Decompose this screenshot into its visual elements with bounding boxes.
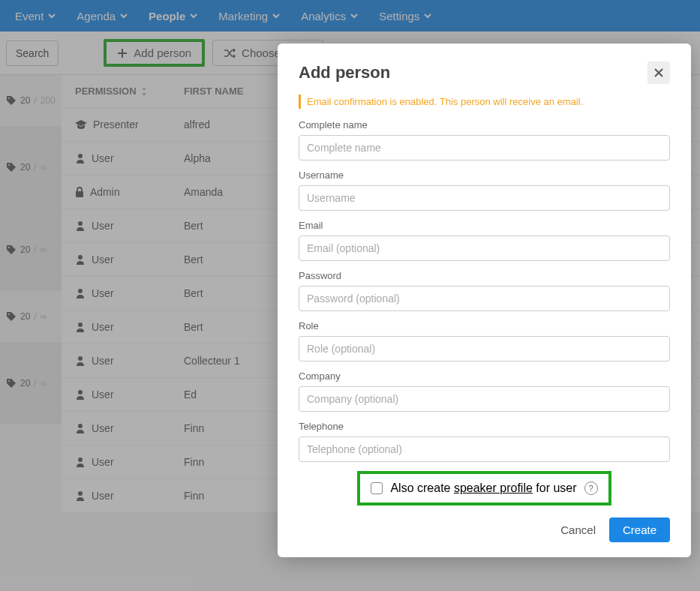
role-label: Role <box>299 320 670 332</box>
help-icon[interactable]: ? <box>584 482 598 495</box>
speaker-profile-checkbox-row[interactable]: Also create speaker profile for user ? <box>357 471 611 506</box>
email-label: Email <box>299 220 670 231</box>
add-person-modal: Add person Email confirmation is enabled… <box>278 44 691 557</box>
speaker-profile-checkbox[interactable] <box>371 482 383 494</box>
name-input[interactable] <box>299 135 670 160</box>
company-label: Company <box>299 370 670 382</box>
role-input[interactable] <box>299 336 670 362</box>
email-notice: Email confirmation is enabled. This pers… <box>299 94 670 109</box>
email-input[interactable] <box>299 236 670 261</box>
close-icon <box>653 68 664 78</box>
close-button[interactable] <box>647 62 670 84</box>
username-label: Username <box>299 170 670 181</box>
cancel-button[interactable]: Cancel <box>560 524 596 536</box>
telephone-label: Telephone <box>299 421 670 432</box>
create-button[interactable]: Create <box>609 518 670 542</box>
company-input[interactable] <box>299 386 670 412</box>
name-label: Complete name <box>299 119 670 130</box>
telephone-input[interactable] <box>299 436 670 462</box>
modal-title: Add person <box>299 63 390 82</box>
username-input[interactable] <box>299 185 670 211</box>
speaker-profile-label: Also create speaker profile for user <box>390 482 576 495</box>
password-input[interactable] <box>299 286 670 311</box>
password-label: Password <box>299 270 670 281</box>
